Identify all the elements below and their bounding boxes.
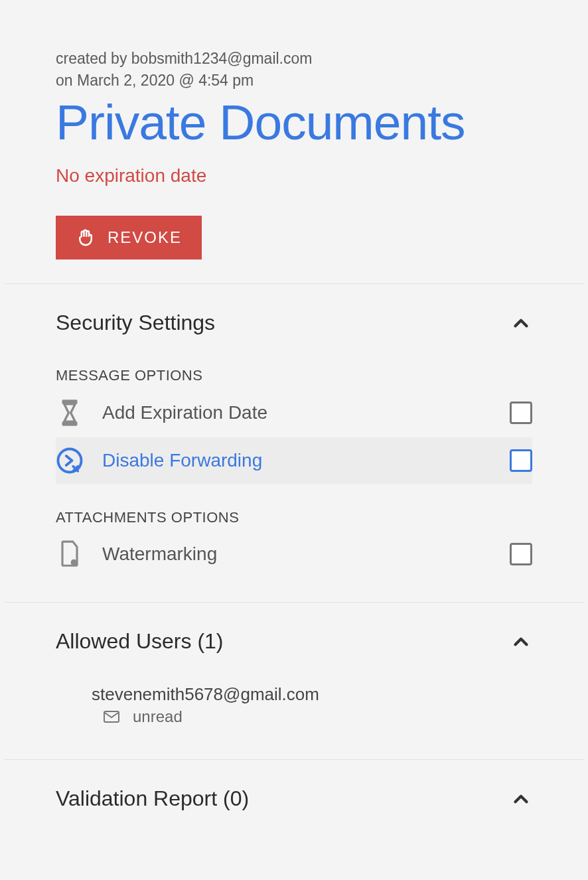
created-on-prefix: on bbox=[56, 72, 77, 89]
created-on-line: on March 2, 2020 @ 4:54 pm bbox=[56, 70, 532, 92]
svg-point-5 bbox=[71, 559, 77, 565]
add-expiration-label: Add Expiration Date bbox=[102, 402, 491, 423]
attachments-options-label: ATTACHMENTS OPTIONS bbox=[4, 484, 584, 530]
svg-point-2 bbox=[58, 449, 82, 473]
chevron-up-icon bbox=[510, 630, 532, 653]
stop-hand-icon bbox=[76, 228, 96, 248]
mail-icon bbox=[104, 711, 119, 723]
allowed-users-title: Allowed Users (1) bbox=[56, 629, 224, 654]
disable-forwarding-label: Disable Forwarding bbox=[102, 450, 491, 471]
allowed-users-toggle[interactable]: Allowed Users (1) bbox=[4, 603, 584, 660]
revoke-button[interactable]: REVOKE bbox=[56, 216, 202, 259]
expiration-text: No expiration date bbox=[56, 165, 532, 186]
watermarking-label: Watermarking bbox=[102, 544, 491, 565]
allowed-users-section: Allowed Users (1) stevenemith5678@gmail.… bbox=[4, 602, 584, 759]
document-watermark-icon bbox=[56, 540, 84, 569]
user-email: stevenemith5678@gmail.com bbox=[92, 684, 532, 705]
security-settings-title: Security Settings bbox=[56, 311, 215, 335]
add-expiration-option[interactable]: Add Expiration Date bbox=[4, 388, 584, 437]
allowed-user-row: stevenemith5678@gmail.com unread bbox=[4, 660, 584, 733]
forward-disabled-icon bbox=[56, 447, 84, 475]
revoke-label: REVOKE bbox=[108, 228, 182, 247]
user-status-text: unread bbox=[133, 707, 183, 726]
header: created by bobsmith1234@gmail.com on Mar… bbox=[4, 0, 584, 283]
user-status-row: unread bbox=[92, 707, 532, 726]
disable-forwarding-option[interactable]: Disable Forwarding bbox=[56, 437, 532, 484]
watermarking-checkbox[interactable] bbox=[510, 543, 532, 565]
chevron-up-icon bbox=[510, 312, 532, 334]
validation-report-title: Validation Report (0) bbox=[56, 786, 249, 811]
page: created by bobsmith1234@gmail.com on Mar… bbox=[0, 0, 588, 880]
main-panel: created by bobsmith1234@gmail.com on Mar… bbox=[4, 0, 584, 864]
watermarking-option[interactable]: Watermarking bbox=[4, 530, 584, 602]
disable-forwarding-checkbox[interactable] bbox=[510, 449, 532, 472]
add-expiration-checkbox[interactable] bbox=[510, 402, 532, 424]
created-by-prefix: created by bbox=[56, 50, 131, 67]
chevron-up-icon bbox=[510, 788, 532, 810]
page-title: Private Documents bbox=[56, 96, 532, 149]
security-settings-section: Security Settings MESSAGE OPTIONS Add Ex… bbox=[4, 283, 584, 602]
created-by-line: created by bobsmith1234@gmail.com bbox=[56, 48, 532, 70]
created-on-value: March 2, 2020 @ 4:54 pm bbox=[77, 72, 254, 89]
created-by-email: bobsmith1234@gmail.com bbox=[131, 50, 313, 67]
security-settings-toggle[interactable]: Security Settings bbox=[4, 284, 584, 342]
validation-report-toggle[interactable]: Validation Report (0) bbox=[4, 760, 584, 838]
hourglass-icon bbox=[56, 398, 84, 428]
validation-report-section: Validation Report (0) bbox=[4, 759, 584, 864]
message-options-label: MESSAGE OPTIONS bbox=[4, 342, 584, 388]
